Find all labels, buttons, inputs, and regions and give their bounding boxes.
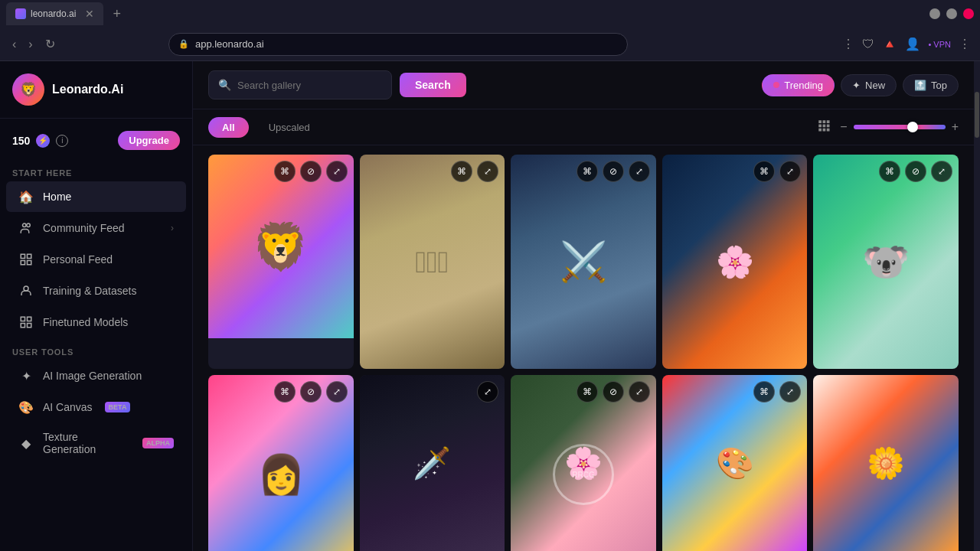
gallery-item-8[interactable]: 🌸 RRCG ⌘ ⊘ ⤢ [511,375,656,551]
gallery-item-5[interactable]: 🐨 ⌘ ⊘ ⤢ [813,155,959,369]
minimize-btn[interactable] [929,8,940,19]
scrollbar-thumb[interactable] [975,92,979,138]
sidebar-item-training[interactable]: Training & Datasets [6,276,186,306]
sidebar-item-ai-image[interactable]: ✦ AI Image Generation [6,360,186,391]
profile-icon[interactable]: 👤 [905,37,920,51]
expand-btn-1[interactable]: ⤢ [326,161,348,182]
edit-btn-3[interactable]: ⊘ [603,161,624,182]
training-icon [18,283,34,298]
nav-actions: ⋮ 🛡 🔺 👤 • VPN ⋮ [842,37,971,51]
nav-bar: ‹ › ↻ 🔒 app.leonardo.ai ⋮ 🛡 🔺 👤 • VPN ⋮ [0,28,980,61]
slider-track[interactable] [854,125,946,129]
expand-btn-3[interactable]: ⤢ [629,161,650,182]
remix-btn-6[interactable]: ⌘ [274,381,296,403]
zoom-slider[interactable] [854,125,946,129]
zoom-minus-btn[interactable]: − [840,120,847,134]
upscaled-tab[interactable]: Upscaled [255,117,324,138]
community-arrow: › [171,223,174,233]
svg-rect-15 [823,125,826,128]
toolbar: 🔍 Search Trending ✦ New 🔝 Top [193,61,974,109]
community-feed-label: Community Feed [43,222,125,234]
trending-btn[interactable]: Trending [762,74,835,96]
sidebar-item-community-feed[interactable]: Community Feed › [6,213,186,243]
refresh-btn[interactable]: ↻ [42,34,58,54]
edit-btn-6[interactable]: ⊘ [300,381,322,403]
personal-icon [18,252,34,267]
remix-btn-4[interactable]: ⌘ [753,161,775,182]
tab-close-btn[interactable]: ✕ [85,8,94,20]
gallery-item-3[interactable]: ⚔️ ⌘ ⊘ ⤢ [511,155,656,369]
svg-rect-3 [28,254,31,258]
top-btn[interactable]: 🔝 Top [903,74,959,96]
sidebar-item-home[interactable]: 🏠 Home [6,181,186,212]
tab-favicon [15,8,26,19]
bookmark-icon[interactable]: ⋮ [842,37,854,51]
gallery-item-6[interactable]: 👩 ⌘ ⊘ ⤢ [208,375,354,551]
all-tab[interactable]: All [208,117,249,138]
slider-thumb [907,122,918,132]
trending-label: Trending [784,80,823,91]
top-label: Top [931,80,947,91]
info-icon[interactable]: i [56,135,68,147]
user-section: 🦁 Leonardo.Ai [0,73,192,119]
svg-rect-8 [28,317,31,321]
maximize-btn[interactable] [946,8,957,19]
svg-rect-2 [21,254,24,258]
filter-tabs: All Upscaled − + [193,109,974,145]
new-tab-btn[interactable]: + [106,6,127,22]
remix-btn-9[interactable]: ⌘ [753,381,775,403]
forward-btn[interactable]: › [25,34,35,54]
sidebar-item-finetuned[interactable]: Finetuned Models [6,307,186,337]
expand-btn-6[interactable]: ⤢ [326,381,348,403]
overlay-8: ⌘ ⊘ ⤢ [511,375,656,409]
sidebar-item-personal-feed[interactable]: Personal Feed [6,244,186,275]
expand-btn-5[interactable]: ⤢ [931,161,952,182]
close-btn[interactable] [963,8,974,19]
remix-btn-1[interactable]: ⌘ [274,161,296,182]
token-row: 150 ⚡ i Upgrade [0,125,192,159]
svg-point-6 [24,286,28,291]
edit-btn-1[interactable]: ⊘ [300,161,322,182]
svg-rect-18 [823,129,826,132]
main-content: 🔍 Search Trending ✦ New 🔝 Top [193,61,974,551]
extensions-icon[interactable]: 🔺 [882,37,897,51]
expand-btn-2[interactable]: ⤢ [477,161,498,182]
address-bar[interactable]: 🔒 app.leonardo.ai [168,33,628,56]
remix-btn-8[interactable]: ⌘ [577,381,598,403]
back-btn[interactable]: ‹ [9,34,19,54]
edit-btn-5[interactable]: ⊘ [905,161,926,182]
active-tab[interactable]: leonardo.ai ✕ [6,2,103,25]
expand-btn-7[interactable]: ⤢ [477,381,498,403]
personal-feed-label: Personal Feed [43,253,113,266]
gallery-item-1[interactable]: 🦁 ⌘ ⊘ ⤢ [208,155,354,369]
expand-btn-4[interactable]: ⤢ [779,161,801,182]
vpn-label[interactable]: • VPN [928,40,951,49]
edit-btn-8[interactable]: ⊘ [603,381,624,403]
grid-view-btn[interactable] [814,116,834,139]
gallery-item-4[interactable]: 🌸 ⌘ ⤢ [662,155,808,369]
sidebar-item-ai-canvas[interactable]: 🎨 AI Canvas BETA [6,392,186,422]
shield-icon[interactable]: 🛡 [862,37,874,51]
gallery-item-7[interactable]: 🗡️ ⤢ [360,375,505,551]
search-button[interactable]: Search [400,73,466,97]
expand-btn-9[interactable]: ⤢ [779,381,801,403]
overlay-3: ⌘ ⊘ ⤢ [511,155,656,188]
svg-rect-14 [819,125,822,128]
gallery-item-10[interactable]: 🌼 [813,375,959,551]
zoom-plus-btn[interactable]: + [952,120,959,134]
svg-rect-17 [819,129,822,132]
upgrade-button[interactable]: Upgrade [118,131,180,150]
svg-rect-19 [827,129,830,132]
gallery-item-2[interactable]: 𓂀𓆣𓇋 ⌘ ⤢ [360,155,505,369]
expand-btn-8[interactable]: ⤢ [629,381,650,403]
search-input[interactable] [237,80,382,91]
search-container[interactable]: 🔍 [208,70,392,99]
ai-image-label: AI Image Generation [43,370,142,382]
remix-btn-2[interactable]: ⌘ [451,161,472,182]
new-btn[interactable]: ✦ New [841,74,897,96]
gallery-item-9[interactable]: 🎨 ⌘ ⤢ [662,375,808,551]
sidebar-item-texture[interactable]: ◆ Texture Generation ALPHA [6,423,186,463]
menu-icon[interactable]: ⋮ [959,37,971,51]
remix-btn-5[interactable]: ⌘ [879,161,900,182]
remix-btn-3[interactable]: ⌘ [577,161,598,182]
